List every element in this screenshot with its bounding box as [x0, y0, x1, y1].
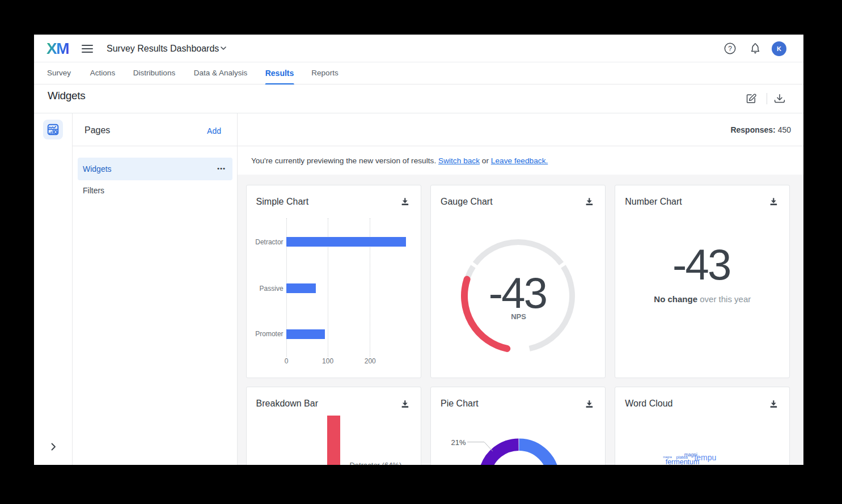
svg-text:?: ? — [728, 45, 732, 53]
